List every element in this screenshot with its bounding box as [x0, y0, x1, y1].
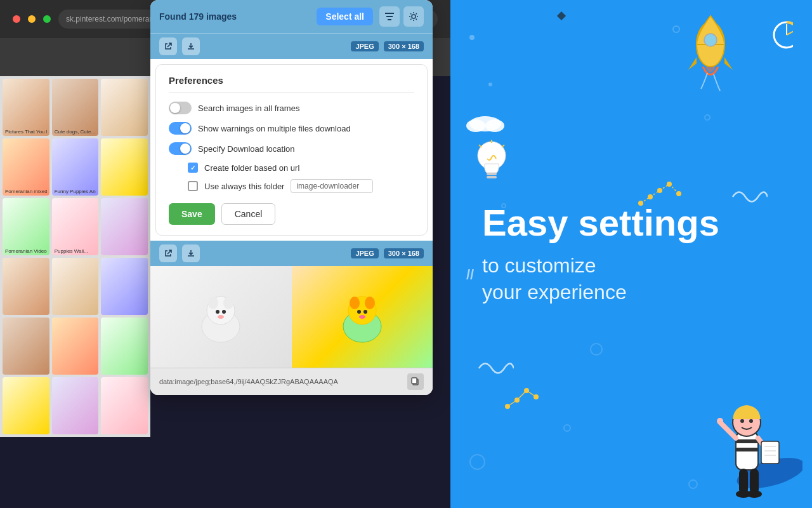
svg-line-25	[787, 30, 793, 35]
svg-point-18	[359, 315, 365, 319]
checkbox-create-folder[interactable]: ✓	[188, 163, 198, 173]
url-bar: data:image/jpeg;base64,/9ij/4AAQSkZJRgAB…	[150, 368, 433, 395]
image-cell-15	[101, 318, 148, 375]
image-label-4: Pomeranian mixed br...	[5, 189, 47, 194]
open-image-button-2[interactable]	[159, 244, 177, 262]
pref-subitem-2: Use always this folder	[188, 179, 414, 193]
image-cell-16	[3, 377, 49, 434]
image-cell-5: Funny Puppies And Cute Pu...	[52, 138, 99, 196]
white-dog-svg	[189, 285, 252, 349]
open-image-button[interactable]	[159, 37, 177, 55]
pom-white-image	[150, 266, 292, 368]
svg-point-17	[363, 310, 367, 314]
preferences-title: Preferences	[169, 75, 414, 93]
svg-point-4	[412, 15, 416, 18]
copy-icon	[411, 377, 420, 386]
filter-button[interactable]	[379, 6, 400, 27]
svg-point-28	[485, 119, 504, 132]
svg-rect-46	[736, 439, 758, 443]
pref-label-1: Search images in all frames	[198, 104, 299, 113]
rocket-illustration	[679, 10, 749, 92]
external-link-icon-2	[164, 250, 172, 257]
toggle-warnings[interactable]	[169, 122, 192, 135]
browser-dot-green[interactable]	[43, 15, 51, 23]
pref-sublabel-2: Use always this folder	[204, 182, 284, 191]
svg-point-23	[774, 22, 793, 48]
browser-dot-red[interactable]	[13, 15, 20, 23]
svg-point-8	[223, 297, 233, 309]
image-cell-8: Puppies Wall...	[52, 198, 99, 255]
left-panel: sk.pinterest.com/pomeranian ☆ Pictures T…	[0, 0, 450, 508]
image-cell-14	[52, 318, 99, 375]
image-size-badge-2: 300 × 168	[384, 248, 424, 258]
cancel-button[interactable]: Cancel	[221, 203, 276, 225]
image-label-7: Pomeranian Videos #4...	[5, 248, 47, 254]
download-image-button-2[interactable]	[182, 244, 200, 262]
svg-point-14	[350, 297, 360, 309]
url-text: data:image/jpeg;base64,/9ij/4AAQSkZJRgAB…	[159, 378, 402, 385]
image-action-bar-2: JPEG 300 × 168	[150, 241, 433, 266]
svg-point-10	[222, 310, 226, 314]
image-label-2: Cute dogs, Cute...	[55, 129, 96, 135]
svg-rect-47	[736, 448, 758, 451]
filter-icon	[384, 12, 395, 21]
svg-point-16	[357, 310, 361, 314]
browser-url: sk.pinterest.com/pomeranian	[66, 15, 164, 23]
image-cell-10	[3, 258, 49, 315]
pomeranian-images	[150, 266, 433, 368]
gear-icon	[409, 11, 419, 22]
download-icon	[187, 43, 195, 50]
svg-point-55	[747, 490, 762, 498]
pref-subitem-1: ✓ Create folder based on url	[188, 163, 414, 173]
right-panel: // Easy settings to	[450, 0, 812, 508]
svg-rect-56	[761, 441, 779, 464]
select-all-button[interactable]: Select all	[317, 8, 373, 25]
svg-point-22	[704, 34, 717, 46]
image-cell-18	[101, 377, 148, 434]
svg-point-51	[717, 418, 723, 424]
lightbulb-illustration	[466, 114, 517, 184]
copy-url-button[interactable]	[407, 373, 424, 390]
image-cell-3	[101, 79, 148, 136]
svg-point-39	[676, 191, 681, 196]
browser-dot-yellow[interactable]	[28, 15, 36, 23]
pref-item-1: Search images in all frames	[169, 102, 414, 114]
image-grid: Pictures That You Need to... Cute dogs, …	[0, 76, 150, 437]
external-link-icon	[164, 43, 172, 50]
folder-name-input[interactable]	[291, 179, 373, 193]
svg-line-33	[479, 145, 481, 147]
download-image-button[interactable]	[182, 37, 200, 55]
svg-rect-31	[487, 176, 497, 178]
image-cell-17	[52, 377, 99, 434]
image-cell-7: Pomeranian Videos #4...	[3, 198, 49, 255]
image-cell-13	[3, 318, 49, 375]
toggle-search-frames[interactable]	[169, 102, 192, 114]
deco-dot-1	[469, 35, 475, 40]
toggle-download-location[interactable]	[169, 142, 192, 155]
pom-colorful-image	[292, 266, 433, 368]
promo-heading: Easy settings	[482, 203, 787, 243]
pref-item-3: Specify Download location	[169, 142, 414, 155]
deco-circle-5	[563, 424, 571, 432]
image-cell-2: Cute dogs, Cute...	[52, 79, 99, 136]
promo-subtext-2: your experience	[482, 279, 787, 306]
svg-rect-30	[487, 173, 497, 175]
save-button[interactable]: Save	[169, 203, 215, 225]
download-icon-2	[187, 250, 195, 257]
deco-circle-2	[704, 114, 710, 121]
toggle-knob-1	[170, 103, 180, 113]
settings-button[interactable]	[403, 6, 424, 27]
pref-item-2: Show warnings on multiple files download	[169, 122, 414, 135]
found-images-text: Found 179 images	[159, 11, 310, 22]
image-size-badge: 300 × 168	[384, 41, 424, 51]
deco-dot-2	[488, 83, 492, 86]
promo-text-container: Easy settings to customize your experien…	[476, 203, 787, 306]
image-type-badge: JPEG	[351, 41, 378, 51]
preferences-actions: Save Cancel	[169, 203, 414, 225]
checkmark-icon: ✓	[190, 164, 195, 171]
popup-panel: Found 179 images Select all	[150, 0, 433, 395]
checkbox-use-folder[interactable]	[188, 181, 198, 191]
image-action-bar-1: JPEG 300 × 168	[150, 33, 433, 59]
popup-header-icons	[379, 6, 424, 27]
svg-point-11	[218, 315, 224, 319]
